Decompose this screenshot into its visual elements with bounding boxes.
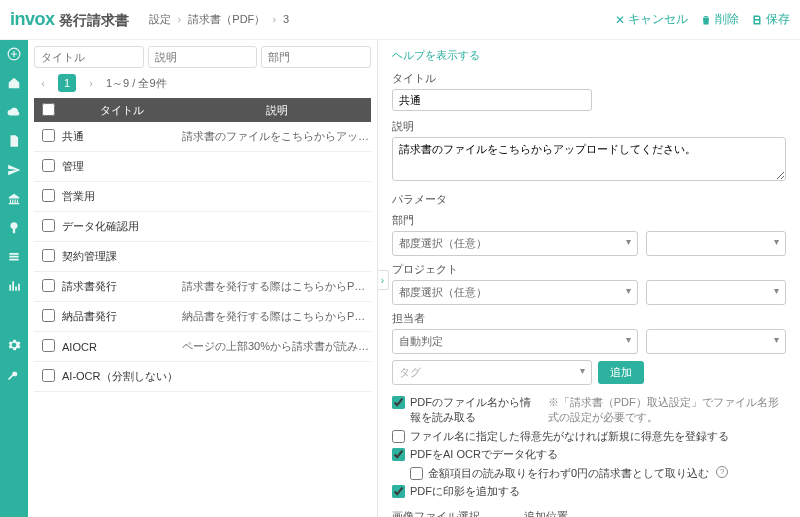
nav-bank-icon[interactable]	[6, 191, 22, 207]
chk-register-client[interactable]	[392, 430, 405, 443]
tag-add-button[interactable]: 追加	[598, 361, 644, 384]
chk-ai-ocr[interactable]	[392, 448, 405, 461]
breadcrumb-sep: ›	[272, 13, 276, 25]
nav-plus-icon[interactable]	[6, 46, 22, 62]
row-title: 契約管理課	[62, 249, 182, 264]
table-row[interactable]: 契約管理課	[34, 242, 371, 272]
proj-label: プロジェクト	[392, 262, 786, 277]
table-row[interactable]: 営業用	[34, 182, 371, 212]
assignee-label: 担当者	[392, 311, 786, 326]
chk-zero-yen[interactable]	[410, 467, 423, 480]
pos-label: 追加位置	[524, 509, 786, 517]
row-title: 納品書発行	[62, 309, 182, 324]
table-head: タイトル 説明	[34, 98, 371, 122]
th-desc: 説明	[182, 103, 371, 118]
delete-button[interactable]: 削除	[700, 11, 739, 28]
nav-key-icon[interactable]	[6, 366, 22, 382]
desc-label: 説明	[392, 119, 786, 134]
help-icon[interactable]: ?	[716, 466, 728, 478]
assignee-select[interactable]: 自動判定	[392, 329, 638, 354]
breadcrumb: 設定 › 請求書（PDF） › 3	[149, 12, 290, 27]
row-checkbox[interactable]	[42, 279, 55, 292]
save-icon	[751, 14, 763, 26]
product-name: 発行請求書	[59, 12, 129, 30]
row-checkbox[interactable]	[42, 219, 55, 232]
row-desc: ページの上部30%から請求書が読み取れたペー	[182, 339, 371, 354]
pager-current[interactable]: 1	[58, 74, 76, 92]
expand-handle[interactable]: ›	[378, 270, 389, 290]
chk-filename-read[interactable]	[392, 396, 405, 409]
logo-text: invox	[10, 9, 55, 30]
table-row[interactable]: 管理	[34, 152, 371, 182]
row-desc: 納品書を発行する際はこちらからPDFをアップし	[182, 309, 371, 324]
list-pane: ‹ 1 › 1～9 / 全9件 タイトル 説明 共通請求書のファイルをこちらから…	[28, 40, 378, 517]
row-title: AIOCR	[62, 341, 182, 353]
table-row[interactable]: 請求書発行請求書を発行する際はこちらからPDFをアップし	[34, 272, 371, 302]
filter-row	[34, 46, 371, 68]
dept-select[interactable]: 都度選択（任意）	[392, 231, 638, 256]
row-title: 営業用	[62, 189, 182, 204]
nav-pin-icon[interactable]	[6, 220, 22, 236]
title-input[interactable]	[392, 89, 592, 111]
proj-sub-select[interactable]	[646, 280, 786, 305]
table-row[interactable]: 共通請求書のファイルをこちらからアップロードし	[34, 122, 371, 152]
row-title: データ化確認用	[62, 219, 182, 234]
table-row[interactable]: AIOCRページの上部30%から請求書が読み取れたペー	[34, 332, 371, 362]
table-row[interactable]: 納品書発行納品書を発行する際はこちらからPDFをアップし	[34, 302, 371, 332]
trash-icon	[700, 14, 712, 26]
chk-add-stamp[interactable]	[392, 485, 405, 498]
nav-send-icon[interactable]	[6, 162, 22, 178]
proj-select[interactable]: 都度選択（任意）	[392, 280, 638, 305]
pager-summary: 1～9 / 全9件	[106, 76, 167, 91]
filter-title-input[interactable]	[34, 46, 144, 68]
breadcrumb-sep: ›	[178, 13, 182, 25]
row-checkbox[interactable]	[42, 129, 55, 142]
topbar: invox 発行請求書 設定 › 請求書（PDF） › 3 ✕ キャンセル 削除…	[0, 0, 800, 40]
save-button[interactable]: 保存	[751, 11, 790, 28]
nav-doc-icon[interactable]	[6, 133, 22, 149]
row-checkbox[interactable]	[42, 159, 55, 172]
dept-label: 部門	[392, 213, 786, 228]
row-desc: 請求書のファイルをこちらからアップロードし	[182, 129, 371, 144]
logo: invox 発行請求書	[10, 9, 129, 30]
nav-chart-icon[interactable]	[6, 278, 22, 294]
cancel-button[interactable]: ✕ キャンセル	[615, 11, 688, 28]
nav-gear-icon[interactable]	[6, 337, 22, 353]
row-checkbox[interactable]	[42, 339, 55, 352]
dept-sub-select[interactable]	[646, 231, 786, 256]
checkbox-list: PDFのファイル名から情報を読み取る※「請求書（PDF）取込設定」でファイル名形…	[392, 395, 786, 499]
table-row[interactable]: データ化確認用	[34, 212, 371, 242]
breadcrumb-3: 3	[283, 13, 289, 25]
desc-textarea[interactable]	[392, 137, 786, 181]
breadcrumb-1[interactable]: 設定	[149, 13, 171, 25]
assignee-sub-select[interactable]	[646, 329, 786, 354]
row-desc: 請求書を発行する際はこちらからPDFをアップし	[182, 279, 371, 294]
title-label: タイトル	[392, 71, 786, 86]
row-checkbox[interactable]	[42, 249, 55, 262]
filter-dept-input[interactable]	[261, 46, 371, 68]
row-title: 管理	[62, 159, 182, 174]
img-label: 画像ファイル選択	[392, 509, 512, 517]
row-title: AI-OCR（分割しない）	[62, 369, 182, 384]
row-title: 共通	[62, 129, 182, 144]
row-checkbox[interactable]	[42, 309, 55, 322]
select-all-checkbox[interactable]	[42, 103, 55, 116]
table-row[interactable]: AI-OCR（分割しない）	[34, 362, 371, 392]
help-link[interactable]: ヘルプを表示する	[392, 48, 480, 63]
breadcrumb-2[interactable]: 請求書（PDF）	[188, 13, 265, 25]
pager-prev-button[interactable]: ‹	[34, 74, 52, 92]
nav-home-icon[interactable]	[6, 75, 22, 91]
row-checkbox[interactable]	[42, 369, 55, 382]
pager-next-button[interactable]: ›	[82, 74, 100, 92]
tag-select[interactable]: タグ	[392, 360, 592, 385]
row-checkbox[interactable]	[42, 189, 55, 202]
filter-desc-input[interactable]	[148, 46, 258, 68]
nav-cloud-icon[interactable]	[6, 104, 22, 120]
nav-list-icon[interactable]	[6, 249, 22, 265]
detail-pane: › ヘルプを表示する タイトル 説明 パラメータ 部門 都度選択（任意） プロジ…	[378, 40, 800, 517]
table-body: 共通請求書のファイルをこちらからアップロードし管理営業用データ化確認用契約管理課…	[34, 122, 371, 392]
param-heading: パラメータ	[392, 192, 786, 207]
th-title: タイトル	[62, 103, 182, 118]
pager: ‹ 1 › 1～9 / 全9件	[34, 74, 371, 92]
top-actions: ✕ キャンセル 削除 保存	[615, 11, 790, 28]
